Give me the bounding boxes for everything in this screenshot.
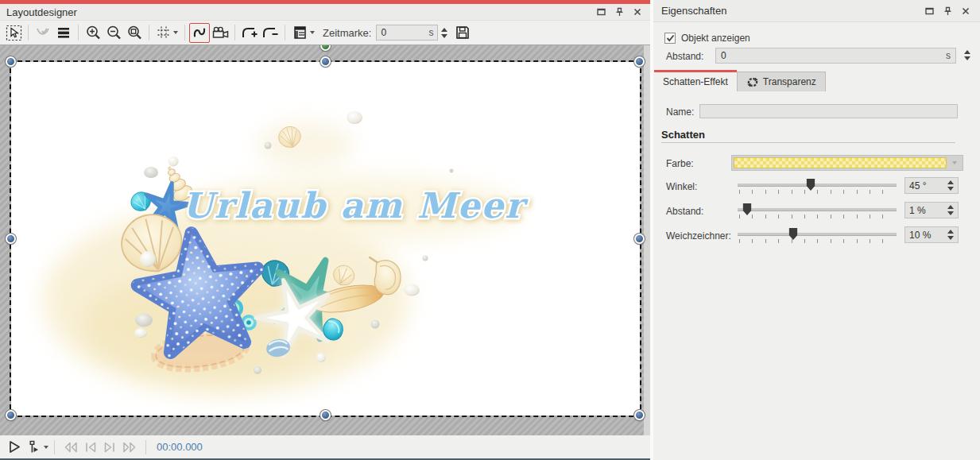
tab-schatten-effekt[interactable]: Schatten-Effekt <box>654 70 737 91</box>
eigenschaften-title: Eigenschaften <box>661 5 923 17</box>
abstand-slider[interactable] <box>738 203 897 221</box>
slider-ticks <box>739 215 896 218</box>
zeitmarke-unit: s <box>428 27 433 38</box>
step-back-icon[interactable] <box>81 438 100 457</box>
farbe-row: Farbe: <box>653 155 980 171</box>
tab-transparenz[interactable]: Transparenz <box>737 72 826 91</box>
rotate-handle[interactable] <box>320 45 331 51</box>
zeitmarke-spinner[interactable] <box>441 28 447 38</box>
pin-icon[interactable] <box>941 6 954 17</box>
tab-label: Transparenz <box>763 76 816 87</box>
spin-up-icon[interactable] <box>964 50 970 54</box>
slider-thumb[interactable] <box>789 228 798 240</box>
spin-down-icon[interactable] <box>947 236 954 240</box>
abstand-value: 1 % <box>909 205 944 216</box>
objekt-anzeigen-checkbox[interactable] <box>664 33 676 44</box>
name-label: Name: <box>666 106 694 118</box>
resize-handle-bottom-right[interactable] <box>634 410 645 420</box>
play-icon[interactable] <box>5 438 24 457</box>
spin-up-icon[interactable] <box>947 180 954 184</box>
zoom-in-icon[interactable] <box>83 23 103 43</box>
abstand-label: Abstand: <box>666 206 703 217</box>
resize-handle-bottom-left[interactable] <box>6 410 16 420</box>
maximize-icon[interactable] <box>923 6 935 17</box>
winkel-spinbox[interactable]: 45 ° <box>904 177 959 194</box>
artwork-title-text: Urlaub am Meer <box>182 185 529 226</box>
close-icon[interactable] <box>959 6 972 17</box>
objekt-anzeigen-row: Objekt anzeigen <box>664 32 750 44</box>
design-canvas[interactable]: Urlaub am Meer <box>11 62 640 416</box>
canvas-workspace: Urlaub am Meer <box>0 45 650 435</box>
section-divider <box>661 142 955 143</box>
spin-up-icon[interactable] <box>441 28 447 32</box>
resize-handle-middle-right[interactable] <box>634 234 645 244</box>
resize-handle-middle-left[interactable] <box>6 234 16 244</box>
shadow-color-picker[interactable] <box>731 155 963 171</box>
resize-handle-bottom-center[interactable] <box>320 410 331 420</box>
toolbar-separator <box>234 25 235 41</box>
spin-up-icon[interactable] <box>947 205 954 209</box>
color-dropdown-icon[interactable] <box>947 161 961 164</box>
weichzeichner-label: Weichzeichner: <box>666 230 731 242</box>
step-forward-icon[interactable] <box>100 438 119 457</box>
beach-artwork: Urlaub am Meer <box>11 62 640 416</box>
slider-thumb[interactable] <box>743 203 752 215</box>
resize-handle-top-center[interactable] <box>320 56 331 67</box>
zeitmarke-value: 0 <box>381 27 428 38</box>
skip-start-icon[interactable] <box>60 438 81 457</box>
abstand-zeit-input[interactable]: 0 s <box>715 48 956 64</box>
play-from-marker-icon[interactable] <box>24 438 43 457</box>
zoom-out-icon[interactable] <box>103 23 124 43</box>
select-tool-icon[interactable] <box>3 23 24 43</box>
name-row: Name: <box>653 104 980 118</box>
spin-down-icon[interactable] <box>441 34 447 38</box>
checkmark-icon <box>666 34 675 42</box>
abstand-zeit-spinner[interactable] <box>964 50 970 60</box>
skip-end-icon[interactable] <box>119 438 140 457</box>
spin-down-icon[interactable] <box>964 56 970 60</box>
eigenschaften-panel: Eigenschaften Objekt anzeigen Abstand: 0… <box>653 0 980 460</box>
spin-down-icon[interactable] <box>947 187 954 191</box>
winkel-label: Winkel: <box>666 181 697 192</box>
toolbar-separator <box>78 25 79 41</box>
slider-thumb[interactable] <box>807 179 815 191</box>
playback-time: 00:00.000 <box>157 441 203 453</box>
playbar-separator <box>54 440 55 454</box>
layers-icon[interactable] <box>53 23 74 43</box>
zoom-fit-icon[interactable] <box>124 23 145 43</box>
winkel-slider[interactable] <box>738 179 897 196</box>
keyframe-table-icon[interactable] <box>289 23 318 43</box>
camera-icon[interactable] <box>210 23 230 43</box>
curve-select-icon[interactable] <box>33 23 53 43</box>
slider-track[interactable] <box>738 233 897 236</box>
schatten-section-heading: Schatten <box>661 129 705 141</box>
slider-track[interactable] <box>738 184 897 187</box>
transparency-icon <box>746 76 759 88</box>
play-options-dropdown-icon[interactable] <box>44 446 48 449</box>
slider-track[interactable] <box>738 208 897 211</box>
keyframe-remove-icon[interactable] <box>260 23 281 43</box>
weichzeichner-spinbox[interactable]: 10 % <box>904 226 959 243</box>
maximize-icon[interactable] <box>595 6 607 17</box>
grid-icon[interactable] <box>153 23 180 43</box>
name-input[interactable] <box>699 104 958 118</box>
close-icon[interactable] <box>631 6 644 17</box>
canvas-scroll-strip <box>644 45 650 435</box>
keyframe-table-dropdown-icon[interactable] <box>310 31 315 34</box>
pin-icon[interactable] <box>613 6 626 17</box>
grid-dropdown-icon[interactable] <box>173 31 178 34</box>
weichzeichner-slider[interactable] <box>738 228 897 245</box>
spin-up-icon[interactable] <box>947 230 954 234</box>
abstand-zeit-row: Abstand: 0 s <box>653 48 980 64</box>
spline-tool-icon[interactable] <box>189 23 210 43</box>
resize-handle-top-right[interactable] <box>634 56 645 67</box>
zeitmarke-input[interactable]: 0 s <box>376 25 438 41</box>
spin-down-icon[interactable] <box>947 211 954 215</box>
keyframe-add-icon[interactable] <box>239 23 260 43</box>
abstand-spinbox[interactable]: 1 % <box>904 202 959 218</box>
abstand-zeit-unit: s <box>946 50 951 61</box>
tab-label: Schatten-Effekt <box>663 76 728 87</box>
layoutdesigner-toolbar: Zeitmarke: 0 s <box>0 21 650 45</box>
save-icon[interactable] <box>452 23 473 43</box>
resize-handle-top-left[interactable] <box>6 56 16 67</box>
